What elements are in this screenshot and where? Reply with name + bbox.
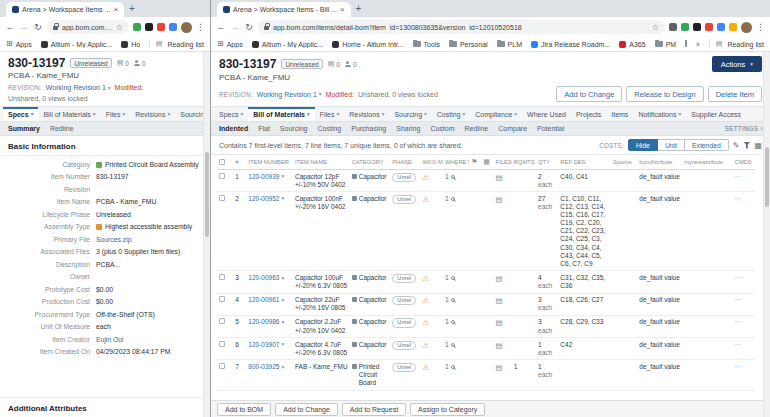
row-checkbox[interactable]	[219, 341, 225, 347]
tab-sourcing[interactable]: Sourcing	[275, 122, 313, 135]
files-cell[interactable]: ▤	[494, 315, 512, 337]
tab-costing[interactable]: Costing▾	[432, 107, 471, 121]
where-used-link[interactable]: 1	[445, 318, 467, 326]
reading-list[interactable]: ▤ Reading list	[149, 40, 204, 48]
people-count[interactable]: 0	[134, 60, 146, 67]
tab-indented[interactable]: Indented	[214, 122, 253, 135]
forward-icon[interactable]: →	[19, 22, 29, 32]
item-number-link[interactable]: 120-00986▾	[248, 318, 291, 326]
col-header-qty[interactable]: QTY	[536, 155, 558, 170]
col-header-bomattr[interactable]: bomAttribute	[637, 155, 682, 170]
bookmark-apps[interactable]: ⊞Apps	[6, 40, 32, 48]
item-number-link[interactable]: 120-00952▾	[248, 195, 291, 203]
extension-icon[interactable]	[705, 23, 713, 31]
item-number-link[interactable]: 120-00963▾	[248, 274, 291, 282]
add-to-bom-button[interactable]: Add to BOM	[217, 403, 271, 416]
new-tab-button[interactable]: +	[129, 4, 135, 14]
browser-tab-left[interactable]: Arena > Workspace Items ... ×	[6, 2, 124, 17]
tab-sharing[interactable]: Sharing	[391, 122, 425, 135]
row-commands-icon[interactable]: ⋯	[735, 195, 743, 202]
delete-item-button[interactable]: Delete Item	[708, 86, 762, 102]
extension-icon[interactable]	[693, 23, 701, 31]
tab-bill-of-materials[interactable]: Bill of Materials▾	[248, 107, 315, 121]
extension-icon[interactable]	[669, 23, 677, 31]
browser-menu-icon[interactable]: ⋮	[756, 22, 765, 32]
row-checkbox[interactable]	[219, 318, 225, 324]
tab-projects[interactable]: Projects	[571, 107, 606, 121]
col-header-mynew[interactable]: mynewattribute	[682, 155, 733, 170]
where-used-link[interactable]: 1	[445, 341, 467, 349]
tab-close-icon[interactable]: ×	[340, 5, 345, 14]
tab-summary[interactable]: Summary	[3, 122, 45, 135]
bookmark-home-altium-intr[interactable]: Home - Altium Intr...	[121, 40, 140, 48]
tab-items[interactable]: Items	[606, 107, 633, 121]
tab-files[interactable]: Files▾	[315, 107, 345, 121]
where-used-link[interactable]: 1	[445, 274, 467, 282]
browser-menu-icon[interactable]: ⋮	[196, 22, 205, 32]
people-count[interactable]: 0	[345, 61, 357, 68]
row-checkbox[interactable]	[219, 363, 225, 369]
tab-purchasing[interactable]: Purchasing	[346, 122, 391, 135]
row-commands-icon[interactable]: ⋯	[735, 296, 743, 303]
add-to-request-button[interactable]: Add to Request	[342, 403, 406, 416]
grid-settings-icon[interactable]: ▦	[754, 141, 762, 150]
col-header-name[interactable]: ITEM NAME	[293, 155, 350, 170]
item-number-link[interactable]: 120-00961▾	[248, 296, 291, 304]
row-checkbox[interactable]	[219, 195, 225, 201]
item-number-link[interactable]: 120-03907▾	[248, 341, 291, 349]
release-to-design-button[interactable]: Release to Design	[626, 86, 703, 102]
files-cell[interactable]: ▤	[494, 192, 512, 271]
files-cell[interactable]: ▤	[494, 360, 512, 390]
tab-redline[interactable]: Redline	[45, 122, 79, 135]
tab-supplier-access[interactable]: Supplier Access	[686, 107, 746, 121]
col-header-where[interactable]: WHERE USED	[443, 155, 469, 170]
col-header-rqmts[interactable]: RQMTS	[512, 155, 536, 170]
row-commands-icon[interactable]: ⋯	[735, 341, 743, 348]
tab-where-used[interactable]: Where Used	[522, 107, 571, 121]
bookmark-a365[interactable]: A365	[619, 40, 645, 48]
bookmark-star-icon[interactable]: ☆	[116, 23, 123, 32]
col-header-flag[interactable]: ⚑	[469, 155, 481, 170]
scrollbar-thumb[interactable]	[765, 147, 769, 207]
item-number-link[interactable]: 120-00939▾	[248, 173, 291, 181]
extension-icon[interactable]	[729, 23, 737, 31]
where-used-link[interactable]: 1	[445, 363, 467, 371]
row-checkbox[interactable]	[219, 173, 225, 179]
tab-revisions[interactable]: Revisions▾	[344, 107, 389, 121]
bookmark-altium-my-applic[interactable]: Altium - My Applic...	[252, 40, 323, 48]
add-to-change-button[interactable]: Add to Change	[556, 86, 622, 102]
files-cell[interactable]: ▤	[494, 293, 512, 315]
filter-icon[interactable]	[743, 142, 750, 149]
edit-icon[interactable]: ✎	[733, 141, 740, 150]
tab-bill-of-materials[interactable]: Bill of Materials▾	[38, 107, 100, 121]
extension-icon[interactable]	[157, 23, 165, 31]
col-header-phase[interactable]: PHASE	[390, 155, 420, 170]
col-header-category[interactable]: CATEGORY	[350, 155, 391, 170]
tab-notifications[interactable]: Notifications▾	[633, 107, 686, 121]
tab-close-icon[interactable]: ×	[113, 5, 118, 14]
scrollbar[interactable]	[203, 52, 210, 417]
where-used-link[interactable]: 1	[445, 296, 467, 304]
address-bar[interactable]: app.bom.com/items/det... ☆	[47, 20, 129, 34]
item-number-link[interactable]: 800-03925▾	[248, 363, 291, 371]
new-tab-button[interactable]: +	[356, 4, 362, 14]
scrollbar-thumb[interactable]	[205, 152, 209, 237]
row-commands-icon[interactable]: ⋯	[735, 318, 743, 325]
extension-icon[interactable]	[145, 23, 153, 31]
field-value[interactable]: Sources.zip	[96, 236, 132, 244]
col-header-refdes[interactable]: REF DES	[558, 155, 611, 170]
col-header-source[interactable]: Source	[611, 155, 637, 170]
tab-specs[interactable]: Specs▾	[214, 107, 248, 121]
row-checkbox[interactable]	[219, 296, 225, 302]
row-commands-icon[interactable]: ⋯	[735, 363, 743, 370]
col-header-item[interactable]: ITEM NUMBER	[246, 155, 293, 170]
tab-potential[interactable]: Potential	[532, 122, 569, 135]
col-header-sel[interactable]	[217, 155, 233, 170]
row-commands-icon[interactable]: ⋯	[735, 274, 743, 281]
where-used-link[interactable]: 1	[445, 195, 467, 203]
revision-select[interactable]: Working Revision 1▾	[257, 91, 322, 98]
extension-icon[interactable]	[133, 23, 141, 31]
files-count[interactable]: ▤0	[328, 60, 340, 68]
profile-avatar[interactable]	[741, 22, 752, 33]
col-header-wkg[interactable]: WKG MODS	[421, 155, 443, 170]
